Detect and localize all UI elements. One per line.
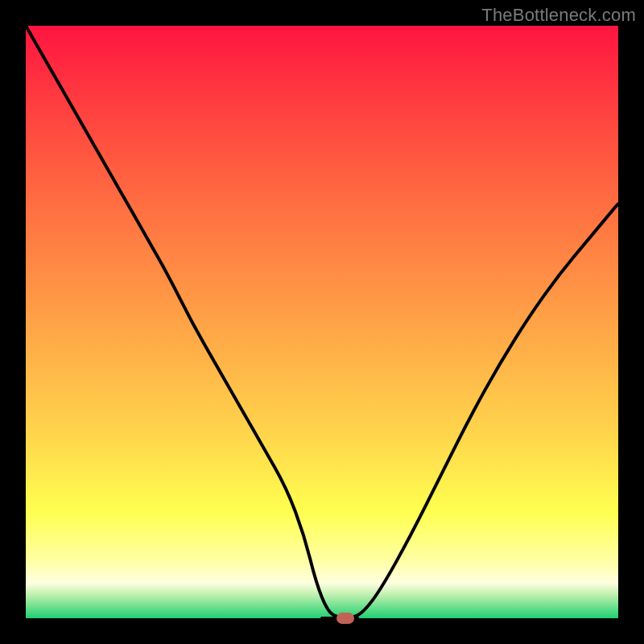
curve-path	[26, 26, 618, 618]
plot-area	[26, 26, 618, 618]
attribution-label: TheBottleneck.com	[481, 5, 636, 26]
bottleneck-curve	[26, 26, 618, 618]
chart-frame: TheBottleneck.com	[0, 0, 644, 644]
bottleneck-marker	[336, 613, 354, 624]
